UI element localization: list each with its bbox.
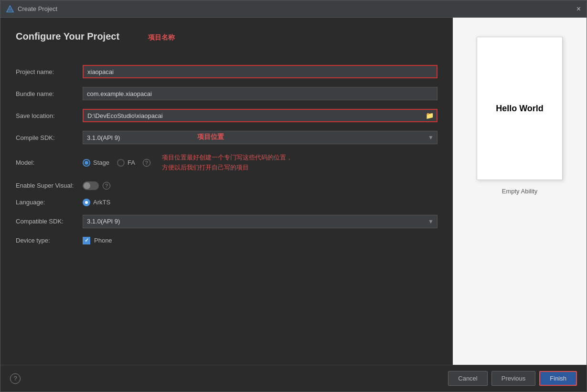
- compile-sdk-wrapper: 3.1.0(API 9) ▼: [83, 131, 438, 144]
- arkts-radio-button[interactable]: [83, 199, 90, 206]
- language-row: Language: ArkTS: [16, 199, 438, 206]
- annotation-project-name: 项目名称: [148, 33, 175, 42]
- device-type-label: Device type:: [16, 237, 83, 244]
- project-name-label: Project name:: [16, 68, 83, 75]
- compile-sdk-select[interactable]: 3.1.0(API 9): [83, 131, 438, 144]
- create-project-dialog: Create Project × Configure Your Project …: [0, 0, 587, 392]
- model-radio-group: Stage FA ? 项目位置最好创建一个专门写这些代码的位置， 方便以后我们打…: [83, 153, 292, 173]
- save-location-label: Save location:: [16, 112, 83, 119]
- bundle-name-row: Bundle name:: [16, 87, 438, 100]
- title-bar-text: Create Project: [18, 5, 57, 12]
- model-stage-option[interactable]: Stage: [83, 159, 109, 167]
- super-visual-help-icon[interactable]: ?: [103, 182, 110, 190]
- model-row: Model: Stage FA ? 项目位置最好创建一个专门写这些代码的位置， …: [16, 153, 438, 173]
- stage-radio-label: Stage: [93, 159, 109, 166]
- footer-help-icon[interactable]: ?: [10, 373, 21, 384]
- bundle-name-label: Bundle name:: [16, 90, 83, 97]
- cancel-button[interactable]: Cancel: [448, 371, 487, 386]
- previous-button[interactable]: Previous: [491, 371, 536, 386]
- fa-radio-label: FA: [128, 159, 135, 166]
- section-title: Configure Your Project: [16, 31, 119, 42]
- enable-super-visual-toggle[interactable]: [83, 181, 99, 190]
- model-help-icon[interactable]: ?: [143, 159, 150, 167]
- close-button[interactable]: ×: [576, 5, 581, 13]
- fa-radio-button[interactable]: [117, 159, 125, 167]
- enable-super-visual-label: Enable Super Visual:: [16, 182, 83, 189]
- compatible-sdk-label: Compatible SDK:: [16, 218, 83, 225]
- compatible-sdk-wrapper: 3.1.0(API 9) ▼: [83, 215, 438, 228]
- bundle-name-input[interactable]: [83, 87, 438, 100]
- dialog-body: Configure Your Project 项目名称 Project name…: [0, 18, 587, 365]
- device-type-row: Device type: Phone: [16, 237, 438, 244]
- preview-card: Hello World: [477, 37, 563, 180]
- compile-sdk-row: Compile SDK: 3.1.0(API 9) ▼ 项目位置: [16, 131, 438, 144]
- browse-folder-button[interactable]: 📁: [423, 111, 437, 120]
- model-label: Model:: [16, 159, 83, 166]
- compatible-sdk-select[interactable]: 3.1.0(API 9): [83, 215, 438, 228]
- save-location-input[interactable]: [84, 110, 423, 121]
- footer-buttons: Cancel Previous Finish: [448, 371, 577, 386]
- annotation-project-location: 项目位置: [197, 133, 224, 141]
- language-arkts-option[interactable]: ArkTS: [83, 199, 110, 206]
- finish-button[interactable]: Finish: [539, 371, 577, 386]
- save-location-field: 📁: [83, 109, 438, 122]
- left-panel: Configure Your Project 项目名称 Project name…: [0, 18, 453, 365]
- title-bar: Create Project ×: [0, 0, 587, 18]
- arkts-radio-label: ArkTS: [93, 199, 110, 206]
- stage-radio-button[interactable]: [83, 159, 90, 167]
- enable-super-visual-row: Enable Super Visual: ?: [16, 181, 438, 190]
- save-location-row: Save location: 📁: [16, 109, 438, 122]
- model-annotation: 项目位置最好创建一个专门写这些代码的位置， 方便以后我们打开自己写的项目: [162, 153, 292, 173]
- phone-label: Phone: [94, 237, 112, 244]
- project-name-input[interactable]: [83, 65, 438, 78]
- model-fa-option[interactable]: FA: [117, 159, 135, 167]
- dialog-footer: ? Cancel Previous Finish: [0, 365, 587, 392]
- preview-hello-text: Hello World: [496, 104, 544, 114]
- language-label: Language:: [16, 199, 83, 206]
- phone-checkbox[interactable]: [83, 237, 90, 244]
- compatible-sdk-row: Compatible SDK: 3.1.0(API 9) ▼: [16, 215, 438, 228]
- right-panel: Hello World Empty Ability: [453, 18, 587, 365]
- compile-sdk-label: Compile SDK:: [16, 134, 83, 141]
- project-name-row: Project name:: [16, 65, 438, 78]
- app-icon: [6, 5, 14, 13]
- preview-label: Empty Ability: [502, 188, 537, 195]
